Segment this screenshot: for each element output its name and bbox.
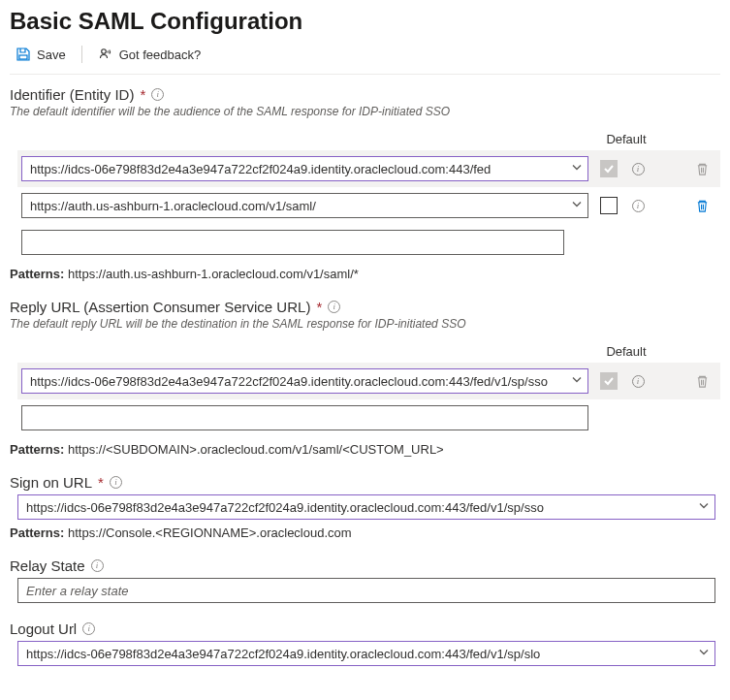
relay-label: Relay State [10, 557, 85, 574]
relay-section: Relay State i [10, 557, 720, 603]
logout-input[interactable] [17, 641, 715, 666]
identifier-row: i [17, 187, 720, 224]
reply-row: i [17, 363, 720, 399]
logout-label: Logout Url [10, 620, 77, 637]
toolbar-separator [81, 46, 82, 63]
required-star: * [316, 299, 322, 315]
signon-label-row: Sign on URL * i [10, 474, 720, 491]
save-label: Save [37, 48, 66, 62]
info-icon[interactable]: i [110, 476, 122, 489]
reply-patterns: Patterns: https://<SUBDOMAIN>.oracleclou… [10, 442, 720, 457]
required-star: * [140, 86, 145, 103]
reply-desc: The default reply URL will be the destin… [10, 317, 720, 331]
info-icon[interactable]: i [91, 559, 104, 572]
identifier-input[interactable] [21, 193, 588, 218]
identifier-row [17, 224, 720, 261]
default-column-header: Default [600, 344, 649, 363]
delete-button[interactable] [695, 199, 710, 213]
delete-button [695, 374, 710, 389]
toolbar: Save Got feedback? [10, 39, 720, 75]
relay-input[interactable] [17, 578, 715, 603]
info-icon[interactable]: i [82, 622, 95, 635]
identifier-label-row: Identifier (Entity ID) * i [10, 86, 720, 103]
identifier-grid: Default i [17, 126, 720, 261]
info-icon[interactable]: i [632, 375, 645, 388]
logout-section: Logout Url i [10, 620, 720, 666]
page-title: Basic SAML Configuration [10, 8, 720, 35]
signon-section: Sign on URL * i Patterns: https://Consol… [10, 474, 720, 540]
reply-input[interactable] [21, 405, 588, 430]
signon-patterns: Patterns: https://Console.<REGIONNAME>.o… [10, 525, 720, 540]
info-icon[interactable]: i [632, 200, 645, 212]
identifier-section: Identifier (Entity ID) * i The default i… [10, 86, 720, 281]
patterns-value: https://auth.us-ashburn-1.oraclecloud.co… [68, 267, 359, 281]
feedback-label: Got feedback? [119, 48, 202, 62]
signon-label: Sign on URL [10, 474, 92, 491]
info-icon[interactable]: i [632, 163, 645, 175]
reply-row [17, 399, 720, 436]
default-column-header: Default [600, 132, 649, 150]
identifier-input[interactable] [21, 230, 564, 255]
info-icon[interactable]: i [328, 301, 340, 313]
info-icon[interactable]: i [151, 88, 164, 101]
identifier-input[interactable] [21, 156, 588, 181]
identifier-label: Identifier (Entity ID) [10, 86, 134, 103]
feedback-button[interactable]: Got feedback? [92, 43, 207, 66]
relay-label-row: Relay State i [10, 557, 720, 574]
identifier-row: i [17, 150, 720, 187]
reply-label-row: Reply URL (Assertion Consumer Service UR… [10, 299, 720, 315]
svg-point-1 [101, 49, 106, 54]
logout-label-row: Logout Url i [10, 620, 720, 637]
reply-label: Reply URL (Assertion Consumer Service UR… [10, 299, 310, 315]
save-button[interactable]: Save [10, 43, 72, 66]
reply-input[interactable] [21, 368, 588, 394]
patterns-label: Patterns: [10, 267, 64, 281]
signon-input[interactable] [17, 494, 715, 520]
default-checkbox[interactable] [600, 160, 618, 177]
default-checkbox[interactable] [600, 197, 618, 214]
patterns-label: Patterns: [10, 442, 64, 457]
delete-button [695, 162, 710, 176]
patterns-value: https://Console.<REGIONNAME>.oraclecloud… [68, 525, 352, 540]
required-star: * [98, 474, 104, 491]
feedback-icon [98, 47, 113, 62]
identifier-patterns: Patterns: https://auth.us-ashburn-1.orac… [10, 267, 720, 281]
default-checkbox[interactable] [600, 372, 618, 390]
patterns-label: Patterns: [10, 525, 64, 540]
svg-rect-0 [19, 55, 27, 59]
reply-section: Reply URL (Assertion Consumer Service UR… [10, 299, 720, 457]
reply-grid: Default i [17, 338, 720, 436]
identifier-desc: The default identifier will be the audie… [10, 105, 720, 118]
patterns-value: https://<SUBDOMAIN>.oraclecloud.com/v1/s… [68, 442, 444, 457]
save-icon [16, 47, 31, 62]
